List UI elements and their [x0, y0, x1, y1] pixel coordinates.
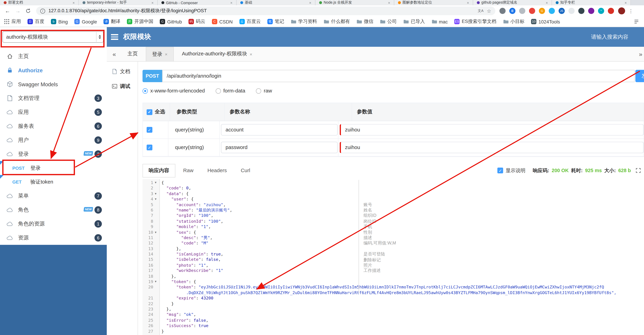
- bookmark-item[interactable]: 开开源中国: [127, 18, 153, 25]
- extension-icon[interactable]: [588, 8, 594, 14]
- extension-icon[interactable]: [519, 8, 525, 14]
- site-info-icon[interactable]: i: [40, 8, 45, 14]
- bookmark-item[interactable]: 什么都有: [324, 18, 350, 25]
- view-tab-debug[interactable]: 调试: [107, 79, 138, 94]
- address-bar[interactable]: i 127.0.0.1:8760/api/gate/doc.html#/auth…: [36, 6, 495, 15]
- sidebar-item[interactable]: Swagger Models: [0, 77, 107, 91]
- tab-close-icon[interactable]: ×: [230, 1, 232, 5]
- bookmark-item[interactable]: 云百度云: [239, 18, 261, 25]
- row-checkbox[interactable]: ✓: [146, 127, 152, 133]
- extension-icon[interactable]: [578, 8, 584, 14]
- param-value-input[interactable]: [340, 124, 644, 136]
- sidebar-item[interactable]: 文档管理3: [0, 91, 107, 105]
- tab-close-icon[interactable]: ×: [388, 1, 390, 5]
- extension-icon[interactable]: 看: [509, 8, 516, 14]
- extension-icon[interactable]: [608, 8, 614, 14]
- sidebar-item[interactable]: 主页: [0, 49, 107, 63]
- response-editor[interactable]: 1▾23▾4▾5678910▾111213141516171819▾202122…: [138, 179, 644, 335]
- sidebar-item[interactable]: 角色的资源1: [0, 217, 107, 231]
- tab-close-icon[interactable]: ×: [467, 1, 469, 5]
- module-select[interactable]: authority-权限模块: [2, 31, 104, 43]
- bookmark-item[interactable]: bBing: [51, 19, 68, 24]
- extension-icon[interactable]: [500, 8, 506, 14]
- extension-icon[interactable]: [529, 8, 535, 14]
- extension-icon[interactable]: *: [598, 8, 604, 14]
- content-type-radio[interactable]: form-data: [216, 88, 245, 94]
- bookmark-item[interactable]: GGitHub: [160, 19, 182, 24]
- bookmark-item[interactable]: 笔笔记: [267, 18, 284, 25]
- bookmark-item[interactable]: 学习资料: [291, 18, 317, 25]
- sidebar-api-post[interactable]: POST登录: [0, 161, 107, 175]
- browser-tab[interactable]: github pages绑定域名×: [473, 0, 552, 5]
- response-tab[interactable]: Curl: [234, 164, 256, 177]
- browser-menu-icon[interactable]: ⋮: [628, 8, 634, 14]
- content-type-radio[interactable]: x-www-form-urlencoded: [142, 88, 205, 94]
- bookmark-item[interactable]: 公司: [380, 18, 397, 25]
- bookmark-item[interactable]: 译翻译: [104, 18, 120, 25]
- param-value-input[interactable]: [340, 142, 644, 153]
- sidebar-api-get[interactable]: GET验证token: [0, 175, 107, 189]
- show-description-checkbox[interactable]: ✓: [498, 168, 503, 173]
- tab-close-icon[interactable]: ×: [546, 1, 548, 5]
- bookmark-item[interactable]: 码码云: [188, 18, 206, 25]
- content-tab[interactable]: 主页: [122, 47, 144, 61]
- browser-tab[interactable]: GitHub - Composer×: [158, 0, 236, 5]
- browser-tab[interactable]: 部署文档×: [0, 0, 79, 5]
- bookmarks-panel-icon[interactable]: [634, 19, 639, 24]
- browser-tab[interactable]: 基础×: [237, 0, 316, 5]
- expand-tabs-icon[interactable]: »: [639, 50, 642, 58]
- bookmark-item[interactable]: 101024Tools: [531, 19, 560, 24]
- sidebar-item[interactable]: 应用5: [0, 105, 107, 119]
- tab-close-icon[interactable]: ×: [624, 1, 627, 5]
- bookmark-item[interactable]: mac: [432, 19, 448, 24]
- sidebar-item[interactable]: 菜单7: [0, 189, 107, 203]
- bookmark-item[interactable]: 应用: [4, 18, 21, 25]
- send-button[interactable]: 发送: [636, 70, 644, 82]
- extension-icon[interactable]: G: [539, 8, 545, 14]
- param-name-input[interactable]: [221, 142, 338, 153]
- tab-close-icon[interactable]: ×: [165, 52, 168, 57]
- row-checkbox[interactable]: ✓: [146, 144, 152, 150]
- response-tab[interactable]: Headers: [201, 164, 233, 177]
- bookmark-item[interactable]: 已导入: [404, 18, 425, 25]
- bookmark-item[interactable]: ESES搜索引擎文档: [454, 18, 496, 25]
- header-search-input[interactable]: 请输入搜索内容: [591, 27, 628, 47]
- bookmark-item[interactable]: GGoogle: [74, 19, 97, 24]
- extension-icon[interactable]: JS: [559, 8, 565, 14]
- browser-tab[interactable]: 知乎专栏×: [552, 0, 631, 5]
- view-tab-doc[interactable]: 文档: [107, 64, 138, 79]
- bookmark-item[interactable]: 微信: [356, 18, 374, 25]
- bookmark-star-icon[interactable]: ☆: [487, 8, 491, 14]
- reload-icon[interactable]: [26, 8, 31, 14]
- select-all-checkbox[interactable]: ✓: [146, 109, 152, 115]
- sidebar-item[interactable]: 角色NEW8: [0, 203, 107, 217]
- tab-close-icon[interactable]: ×: [72, 1, 75, 5]
- browser-tab[interactable]: 图解参数地址定位×: [394, 0, 473, 5]
- sidebar-item[interactable]: 登录NEW2: [0, 147, 107, 161]
- browser-tab[interactable]: Node.js 全栈开发×: [316, 0, 394, 5]
- response-tab[interactable]: Raw: [177, 164, 200, 177]
- content-tab[interactable]: Authorize-authority-权限模块×: [176, 47, 258, 61]
- sidebar-item[interactable]: Authorize: [0, 63, 107, 77]
- collapse-tabs-icon[interactable]: «: [112, 50, 116, 58]
- bookmark-item[interactable]: 小目标: [503, 18, 524, 25]
- back-icon[interactable]: ←: [5, 8, 10, 14]
- extension-icon[interactable]: [568, 8, 575, 14]
- translate-icon[interactable]: 文A: [478, 8, 484, 14]
- forward-icon[interactable]: →: [15, 8, 20, 14]
- param-name-input[interactable]: [221, 124, 338, 136]
- bookmark-item[interactable]: CCSDN: [212, 19, 233, 24]
- bookmark-item[interactable]: 百百度: [28, 18, 44, 25]
- content-tab[interactable]: 登录×: [146, 47, 174, 61]
- response-tab[interactable]: 响应内容: [142, 164, 176, 177]
- extension-icon[interactable]: [549, 8, 555, 14]
- fullscreen-icon[interactable]: [636, 168, 641, 173]
- request-url-input[interactable]: [162, 70, 635, 82]
- profile-avatar[interactable]: [618, 8, 625, 14]
- sidebar-item[interactable]: 服务表6: [0, 119, 107, 133]
- sidebar-item[interactable]: 用户9: [0, 133, 107, 147]
- browser-tab[interactable]: temporary-inferior - 知乎×: [79, 0, 158, 5]
- tab-close-icon[interactable]: ×: [309, 1, 312, 5]
- tab-close-icon[interactable]: ×: [152, 1, 154, 5]
- sidebar-item[interactable]: 资源6: [0, 231, 107, 245]
